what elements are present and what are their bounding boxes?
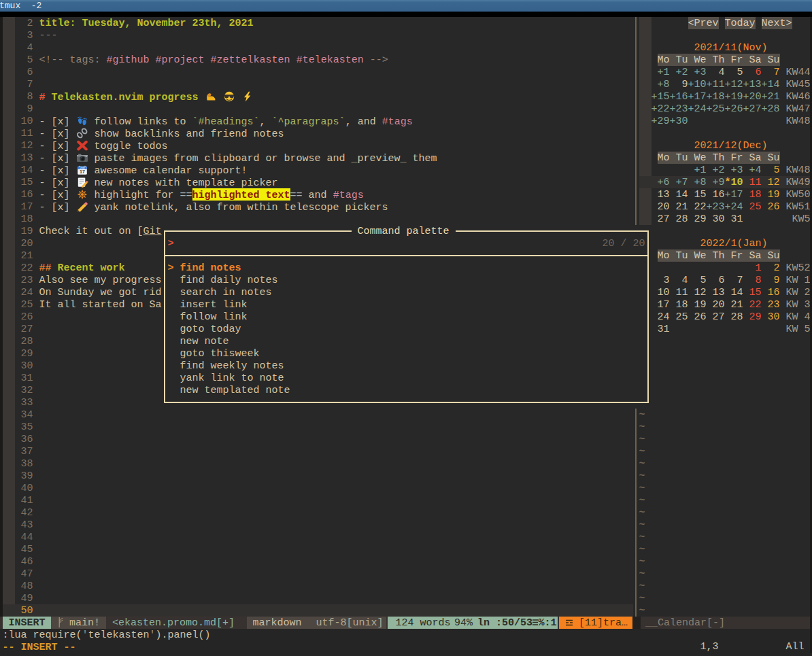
svg-text:July: July (80, 166, 84, 169)
svg-text:17: 17 (80, 169, 85, 174)
